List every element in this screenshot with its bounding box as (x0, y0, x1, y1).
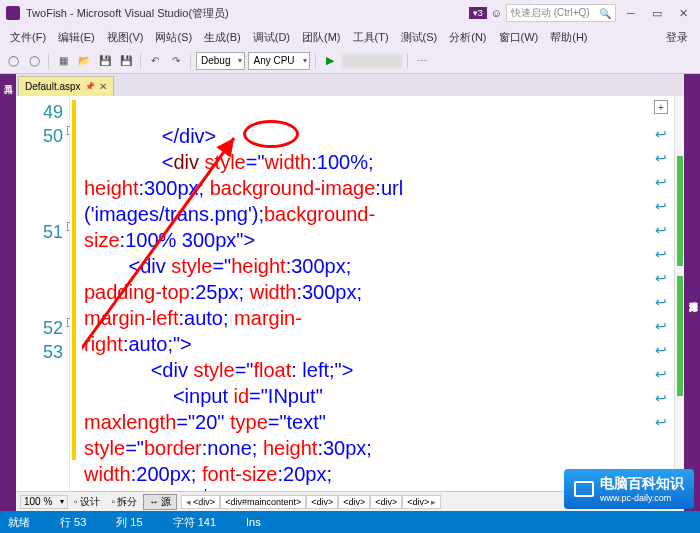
breadcrumb-item[interactable]: <div> (306, 495, 338, 509)
open-file-icon[interactable]: 📂 (75, 52, 93, 70)
menu-website[interactable]: 网站(S) (149, 28, 198, 47)
view-source-button[interactable]: ↔源 (143, 494, 177, 510)
status-col: 列 15 (116, 515, 142, 530)
menu-team[interactable]: 团队(M) (296, 28, 347, 47)
sign-in-link[interactable]: 登录 (658, 28, 696, 47)
tab-close-icon[interactable]: ✕ (99, 81, 107, 92)
quick-launch-input[interactable]: 快速启动 (Ctrl+Q)🔍 (506, 4, 616, 22)
breadcrumb-item[interactable]: <div> (370, 495, 402, 509)
status-bar: 就绪 行 53 列 15 字符 141 Ins (0, 511, 700, 533)
right-panel-tabs: 解决方案资源管理器 团队资源管理器 属性 (684, 74, 700, 511)
tag-breadcrumb: <div> <div#maincontent> <div> <div> <div… (181, 495, 441, 509)
notification-badge[interactable]: ▾3 (469, 7, 487, 19)
window-title: TwoFish - Microsoft Visual Studio(管理员) (26, 6, 469, 21)
change-margin (70, 96, 82, 491)
status-char: 字符 141 (173, 515, 216, 530)
menu-edit[interactable]: 编辑(E) (52, 28, 101, 47)
save-icon[interactable]: 💾 (96, 52, 114, 70)
save-all-icon[interactable]: 💾 (117, 52, 135, 70)
status-ins: Ins (246, 516, 261, 528)
zoom-select[interactable]: 100 %▾ (20, 495, 68, 509)
view-design-button[interactable]: ▫设计 (68, 494, 106, 510)
tab-default-aspx[interactable]: Default.aspx 📌 ✕ (18, 76, 114, 96)
pin-icon[interactable]: 📌 (85, 82, 95, 91)
toolbar-more-icon[interactable]: ⋯ (413, 52, 431, 70)
return-glyph-icon: ↩ (655, 362, 667, 386)
menu-build[interactable]: 生成(B) (198, 28, 247, 47)
return-glyph-icon: ↩ (655, 194, 667, 218)
document-tabs: Default.aspx 📌 ✕ (16, 74, 684, 96)
nav-back-icon[interactable]: ◯ (4, 52, 22, 70)
undo-icon[interactable]: ↶ (146, 52, 164, 70)
nav-fwd-icon[interactable]: ◯ (25, 52, 43, 70)
breadcrumb-item[interactable]: <div> (402, 495, 441, 509)
redo-icon[interactable]: ↷ (167, 52, 185, 70)
breadcrumb-item[interactable]: <div> (338, 495, 370, 509)
return-glyph-icon: ↩ (655, 146, 667, 170)
expand-collapse-icon[interactable]: + (654, 100, 668, 114)
code-editor[interactable]: </div> <div style="width:100%; height:30… (82, 96, 648, 491)
maximize-button[interactable]: ▭ (646, 4, 668, 22)
menu-debug[interactable]: 调试(D) (247, 28, 296, 47)
return-glyph-icon: ↩ (655, 338, 667, 362)
annotation-circle (243, 120, 299, 148)
view-split-button[interactable]: ▫拆分 (106, 494, 144, 510)
menu-view[interactable]: 视图(V) (101, 28, 150, 47)
menu-bar: 文件(F) 编辑(E) 视图(V) 网站(S) 生成(B) 调试(D) 团队(M… (0, 26, 700, 48)
status-line: 行 53 (60, 515, 86, 530)
config-select[interactable]: Debug (196, 52, 245, 70)
return-glyph-icon: ↩ (655, 122, 667, 146)
browser-select[interactable] (342, 54, 402, 68)
return-glyph-icon: ↩ (655, 266, 667, 290)
menu-test[interactable]: 测试(S) (395, 28, 444, 47)
return-glyph-icon: ↩ (655, 290, 667, 314)
return-glyph-icon: ↩ (655, 410, 667, 434)
monitor-icon (574, 481, 594, 497)
menu-file[interactable]: 文件(F) (4, 28, 52, 47)
minimize-button[interactable]: ─ (620, 4, 642, 22)
breadcrumb-item[interactable]: <div> (181, 495, 220, 509)
feedback-icon[interactable]: ☺ (491, 7, 502, 19)
editor-right-margin: + ↩ ↩ ↩ ↩ ↩ ↩ ↩ ↩ ↩ ↩ ↩ ↩ ↩ (648, 96, 674, 491)
return-glyph-icon: ↩ (655, 170, 667, 194)
line-number-gutter: 49 50 − 51 − 52 − 53 (16, 96, 70, 491)
status-ready: 就绪 (8, 515, 30, 530)
scrollbar-overview[interactable] (674, 96, 684, 491)
return-glyph-icon: ↩ (655, 314, 667, 338)
start-debug-button[interactable]: ▶ (321, 52, 339, 70)
return-glyph-icon: ↩ (655, 242, 667, 266)
platform-select[interactable]: Any CPU (248, 52, 309, 70)
watermark: 电脑百科知识 www.pc-daily.com (564, 469, 694, 509)
return-glyph-icon: ↩ (655, 218, 667, 242)
menu-analyze[interactable]: 分析(N) (443, 28, 492, 47)
menu-tools[interactable]: 工具(T) (347, 28, 395, 47)
toolbar: ◯ ◯ ▦ 📂 💾 💾 ↶ ↷ Debug Any CPU ▶ ⋯ (0, 48, 700, 74)
toolbox-panel-tab[interactable]: 工具箱 (0, 74, 16, 511)
breadcrumb-item[interactable]: <div#maincontent> (220, 495, 306, 509)
menu-window[interactable]: 窗口(W) (493, 28, 545, 47)
vs-logo-icon (6, 6, 20, 20)
menu-help[interactable]: 帮助(H) (544, 28, 593, 47)
return-glyph-icon: ↩ (655, 386, 667, 410)
close-button[interactable]: ✕ (672, 4, 694, 22)
title-bar: TwoFish - Microsoft Visual Studio(管理员) ▾… (0, 0, 700, 26)
new-project-icon[interactable]: ▦ (54, 52, 72, 70)
